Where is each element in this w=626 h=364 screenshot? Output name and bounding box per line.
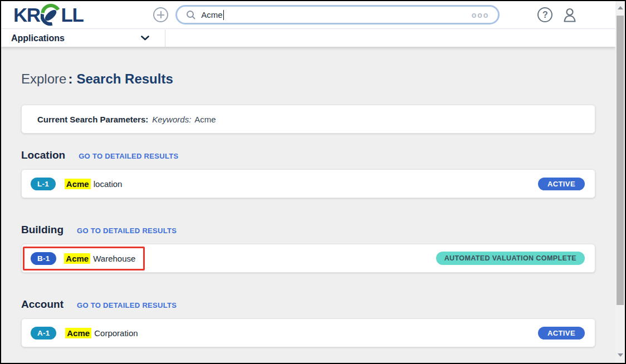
page-title-prefix: Explore [21,71,66,87]
applications-dropdown[interactable]: Applications [1,29,165,47]
record-id-badge: A-1 [31,327,56,340]
status-badge: AUTOMATED VALUATION COMPLETE [436,252,585,265]
vertical-scrollbar[interactable] [615,1,625,363]
highlighted-keyword: Acme [65,328,91,338]
record-id-badge: B-1 [31,252,56,265]
scroll-up-icon[interactable] [618,6,623,9]
go-to-detailed-results-link[interactable]: GO TO DETAILED RESULTS [77,227,177,235]
logo-text-right: LL [61,5,84,24]
page-title: Explore : Search Results [21,71,595,87]
result-row-building[interactable]: B-1 AcmeWarehouse AUTOMATED VALUATION CO… [21,244,595,273]
app-nav-bar: Applications [1,29,615,47]
search-parameters-label: Current Search Parameters: [37,115,148,124]
status-badge: ACTIVE [538,178,585,190]
result-row-account[interactable]: A-1 AcmeCorporation ACTIVE [21,318,595,347]
result-name: Acmelocation [65,179,123,189]
result-name: AcmeCorporation [65,328,138,338]
add-button[interactable] [153,7,168,22]
help-button[interactable]: ? [537,7,552,22]
search-parameters-card: Current Search Parameters: Keywords: Acm… [21,105,595,134]
user-button[interactable] [561,7,578,23]
highlighted-keyword: Acme [64,253,90,264]
section-location: Location GO TO DETAILED RESULTS L-1 Acme… [21,149,595,198]
scroll-down-icon[interactable] [618,353,623,357]
annotation-highlight-box: B-1 AcmeWarehouse [23,247,145,270]
highlighted-keyword: Acme [65,179,91,189]
top-header: KR LL Acme ooo ? [1,1,615,29]
question-icon: ? [542,10,548,20]
section-building: Building GO TO DETAILED RESULTS B-1 Acme… [21,224,595,273]
text-caret [223,10,224,20]
section-title: Account [21,298,63,311]
section-title: Building [21,224,63,236]
search-more-icon[interactable]: ooo [472,11,490,19]
search-icon [186,10,196,20]
keywords-value: Acme [194,115,216,124]
keywords-label: Keywords: [152,115,191,124]
go-to-detailed-results-link[interactable]: GO TO DETAILED RESULTS [77,301,177,309]
user-icon [561,7,578,23]
scrollbar-thumb[interactable] [617,16,624,305]
logo-o-icon [41,3,61,27]
search-input[interactable]: Acme ooo [175,5,500,24]
record-id-badge: L-1 [31,178,56,190]
section-account: Account GO TO DETAILED RESULTS A-1 AcmeC… [21,298,595,347]
go-to-detailed-results-link[interactable]: GO TO DETAILED RESULTS [79,152,178,160]
applications-label: Applications [11,33,65,43]
page-title-separator: : [68,71,72,87]
result-name: AcmeWarehouse [64,254,135,263]
result-row-location[interactable]: L-1 Acmelocation ACTIVE [21,169,595,198]
section-title: Location [21,149,65,161]
main-content: Explore : Search Results Current Search … [1,47,615,363]
page-title-main: Search Results [76,71,173,87]
kroll-logo: KR LL [13,3,83,27]
logo-text-left: KR [13,5,40,24]
status-badge: ACTIVE [538,327,585,340]
search-value: Acme [201,10,222,19]
chevron-down-icon [141,36,149,41]
